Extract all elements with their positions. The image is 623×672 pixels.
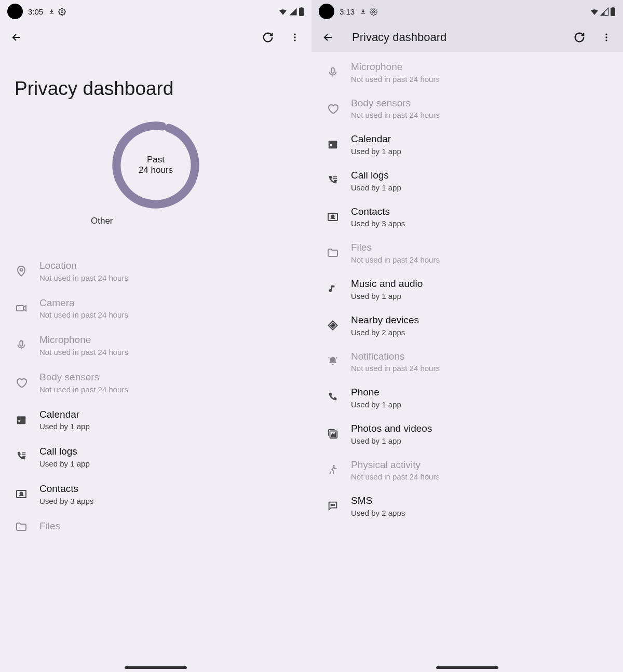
row-subtitle: Not used in past 24 hours [351,364,440,373]
row-title: Body sensors [39,371,128,384]
calllog-icon [326,174,340,187]
app-bar [0,23,312,52]
refresh-icon [262,32,274,43]
refresh-button[interactable] [260,29,276,46]
permission-row-calendar[interactable]: CalendarUsed by 1 app [5,401,306,438]
permission-row-photos[interactable]: Photos and videosUsed by 1 app [317,416,618,452]
row-subtitle: Not used in past 24 hours [39,310,128,319]
row-subtitle: Used by 3 apps [351,219,405,228]
chart-label: Other [91,216,113,226]
row-title: Photos and videos [351,422,432,435]
folder-icon [15,520,28,533]
svg-rect-29 [333,178,337,179]
permission-row-nearby[interactable]: Nearby devicesUsed by 2 apps [317,307,618,344]
row-text: Call logsUsed by 1 app [39,445,90,468]
svg-point-5 [294,39,295,41]
svg-rect-30 [334,180,337,181]
photos-icon [326,427,340,441]
permission-row-contacts[interactable]: ContactsUsed by 3 apps [317,199,618,235]
status-bar: 3:13 [312,0,623,23]
row-text: MicrophoneNot used in past 24 hours [39,334,128,356]
svg-point-39 [334,504,335,505]
contacts-icon [326,210,340,224]
row-subtitle: Not used in past 24 hours [39,348,128,356]
screenshot-left: 3:05 Privacy dashboard [0,0,312,672]
bell-icon [326,354,340,368]
permission-row-phone[interactable]: PhoneUsed by 1 app [317,379,618,416]
row-subtitle: Used by 1 app [39,459,90,468]
svg-point-21 [605,34,607,35]
row-text: Physical activityNot used in past 24 hou… [351,459,440,482]
download-icon [360,8,367,15]
row-text: CalendarUsed by 1 app [39,408,90,431]
row-title: Notifications [351,350,440,363]
back-button[interactable] [8,29,25,46]
row-title: Call logs [351,169,401,182]
more-vert-icon [290,32,300,43]
more-button[interactable] [598,29,615,46]
svg-rect-28 [333,176,337,177]
svg-point-17 [20,492,23,495]
wifi-icon [590,7,599,16]
status-time: 3:13 [340,7,355,16]
row-title: Calendar [351,133,401,146]
page-title: Privacy dashboard [0,52,312,118]
row-subtitle: Used by 1 app [351,147,401,156]
more-button[interactable] [287,29,303,46]
svg-point-36 [333,465,335,467]
row-subtitle: Used by 2 apps [351,328,419,337]
row-subtitle: Used by 3 apps [39,497,93,505]
permission-row-folder[interactable]: FilesNot used in past 24 hours [317,235,618,271]
row-subtitle: Used by 1 app [351,400,401,409]
gear-icon [370,8,377,16]
permission-row-music[interactable]: Music and audioUsed by 1 app [317,271,618,307]
permission-row-calllog[interactable]: Call logsUsed by 1 app [5,438,306,475]
permission-row-heart[interactable]: Body sensorsNot used in past 24 hours [317,90,618,127]
row-text: CalendarUsed by 1 app [351,133,401,156]
permission-row-contacts[interactable]: ContactsUsed by 3 apps [5,475,306,513]
navigation-handle[interactable] [436,666,498,669]
mic-icon [15,338,28,352]
svg-point-22 [605,36,607,38]
permission-row-calendar[interactable]: CalendarUsed by 1 app [317,126,618,162]
wifi-icon [278,7,288,16]
row-text: MicrophoneNot used in past 24 hours [351,61,440,84]
permission-row-sms[interactable]: SMSUsed by 2 apps [317,488,618,524]
row-subtitle: Not used in past 24 hours [351,111,440,119]
row-title: Microphone [351,61,440,74]
permission-row-folder[interactable]: Files [5,513,306,541]
permission-row-calllog[interactable]: Call logsUsed by 1 app [317,162,618,199]
svg-rect-1 [299,8,304,16]
row-title: Call logs [39,445,90,458]
account-avatar[interactable] [7,4,23,19]
permission-row-mic[interactable]: MicrophoneNot used in past 24 hours [317,54,618,90]
battery-icon [299,7,304,16]
permission-row-heart[interactable]: Body sensorsNot used in past 24 hours [5,364,306,401]
navigation-handle[interactable] [125,666,187,669]
svg-rect-15 [23,456,26,457]
svg-point-7 [20,268,23,271]
row-text: Music and audioUsed by 1 app [351,278,423,300]
svg-rect-27 [330,144,332,146]
nearby-icon [326,319,340,332]
svg-rect-8 [17,306,23,311]
back-button[interactable] [320,29,336,46]
activity-icon [326,463,340,476]
permission-row-bell[interactable]: NotificationsNot used in past 24 hours [317,344,618,380]
svg-point-38 [332,504,333,505]
row-title: Camera [39,297,128,310]
row-subtitle: Not used in past 24 hours [39,273,128,282]
row-text: ContactsUsed by 3 apps [351,205,405,228]
row-title: Phone [351,386,401,399]
refresh-button[interactable] [571,29,588,46]
row-title: Body sensors [351,97,440,110]
app-bar: Privacy dashboard [312,23,623,52]
screenshot-right: 3:13 Privacy dashboard MicrophoneNot use… [312,0,623,672]
row-text: NotificationsNot used in past 24 hours [351,350,440,373]
permission-row-activity[interactable]: Physical activityNot used in past 24 hou… [317,452,618,488]
account-avatar[interactable] [319,4,334,19]
permission-row-camera[interactable]: CameraNot used in past 24 hours [5,290,306,327]
permission-row-location[interactable]: LocationNot used in past 24 hours [5,252,306,290]
permission-row-mic[interactable]: MicrophoneNot used in past 24 hours [5,326,306,364]
row-subtitle: Used by 1 app [351,292,423,300]
